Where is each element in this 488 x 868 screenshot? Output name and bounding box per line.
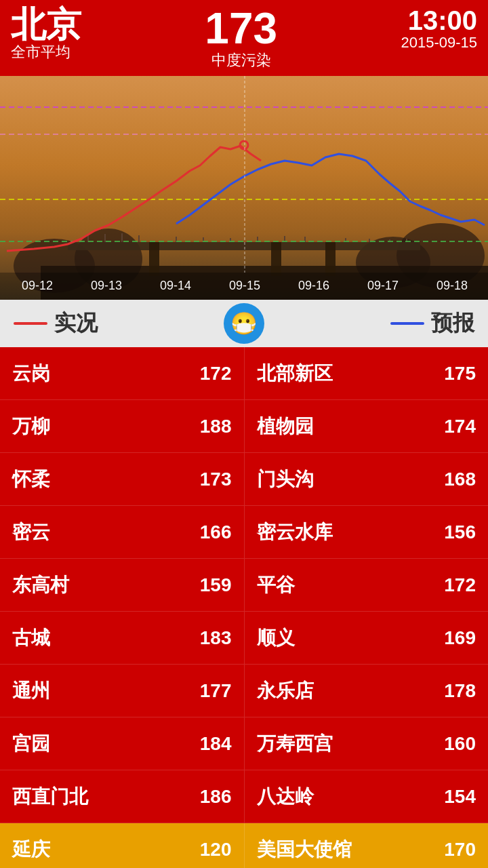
station-right-cell: 植物园 174 — [245, 400, 489, 452]
table-row[interactable]: 云岗 172 北部新区 175 — [0, 347, 488, 400]
station-left-cell: 通州 177 — [0, 665, 245, 717]
station-left-name: 云岗 — [12, 361, 50, 387]
svg-rect-6 — [68, 242, 420, 250]
station-left-cell: 云岗 172 — [0, 347, 245, 399]
svg-text:09-18: 09-18 — [436, 279, 468, 292]
station-left-name: 延庆 — [12, 837, 50, 863]
city-sub: 全市平均 — [11, 42, 81, 62]
header: 北京 全市平均 173 中度污染 13:00 2015-09-15 — [0, 0, 488, 76]
table-row[interactable]: 万柳 188 植物园 174 — [0, 400, 488, 453]
svg-text:09-12: 09-12 — [22, 279, 53, 292]
actual-line-icon — [14, 322, 47, 325]
table-row[interactable]: 怀柔 173 门头沟 168 — [0, 453, 488, 506]
station-right-name: 平谷 — [257, 572, 295, 598]
station-left-cell: 西直门北 186 — [0, 770, 245, 823]
station-left-value: 173 — [200, 469, 232, 490]
chart-area: 09-12 09-13 09-14 09-15 09-16 09-17 09-1… — [0, 76, 488, 300]
station-right-cell: 八达岭 154 — [245, 770, 489, 823]
station-left-cell: 东高村 159 — [0, 559, 245, 611]
svg-text:09-14: 09-14 — [160, 279, 191, 292]
table-row[interactable]: 东高村 159 平谷 172 — [0, 559, 488, 612]
station-left-cell: 宫园 184 — [0, 717, 245, 770]
station-right-value: 160 — [444, 733, 476, 755]
station-right-name: 顺义 — [257, 625, 295, 651]
station-right-value: 178 — [444, 680, 476, 702]
svg-rect-8 — [271, 242, 281, 276]
station-left-name: 宫园 — [12, 731, 50, 757]
station-left-cell: 古城 183 — [0, 612, 245, 664]
legend-actual: 实况 — [14, 309, 98, 338]
table-row[interactable]: 通州 177 永乐店 178 — [0, 665, 488, 717]
station-right-value: 170 — [444, 839, 476, 861]
station-right-value: 154 — [444, 786, 476, 808]
station-right-cell: 万寿西宫 160 — [245, 717, 489, 770]
station-left-value: 184 — [200, 733, 232, 755]
station-right-name: 万寿西宫 — [257, 731, 333, 757]
svg-text:09-17: 09-17 — [367, 279, 399, 292]
time-display: 13:00 — [401, 7, 477, 34]
station-left-value: 159 — [200, 574, 232, 596]
station-left-cell: 万柳 188 — [0, 400, 245, 452]
legend-forecast: 预报 — [390, 309, 474, 338]
header-center: 173 中度污染 — [205, 7, 277, 71]
table-row[interactable]: 西直门北 186 八达岭 154 — [0, 770, 488, 823]
svg-rect-7 — [149, 242, 159, 276]
station-right-value: 175 — [444, 363, 476, 384]
face-mask-icon[interactable]: 😷 — [224, 303, 264, 344]
station-right-value: 169 — [444, 627, 476, 649]
chart-svg: 09-12 09-13 09-14 09-15 09-16 09-17 09-1… — [0, 76, 488, 300]
station-left-value: 166 — [200, 521, 232, 543]
aqi-value: 173 — [205, 7, 277, 50]
station-left-name: 万柳 — [12, 414, 50, 439]
station-right-name: 门头沟 — [257, 467, 314, 492]
station-right-cell: 顺义 169 — [245, 612, 489, 664]
station-left-name: 西直门北 — [12, 784, 88, 810]
station-right-name: 永乐店 — [257, 678, 314, 704]
station-right-value: 174 — [444, 416, 476, 437]
station-right-name: 密云水库 — [257, 519, 333, 545]
station-left-cell: 怀柔 173 — [0, 453, 245, 505]
table-row[interactable]: 密云 166 密云水库 156 — [0, 506, 488, 559]
station-right-cell: 平谷 172 — [245, 559, 489, 611]
station-left-value: 188 — [200, 416, 232, 437]
station-right-value: 168 — [444, 469, 476, 490]
table-row[interactable]: 古城 183 顺义 169 — [0, 612, 488, 665]
station-right-name: 植物园 — [257, 414, 314, 439]
station-left-value: 120 — [200, 839, 232, 861]
station-left-name: 怀柔 — [12, 467, 50, 492]
station-left-cell: 延庆 120 — [0, 823, 245, 868]
station-left-name: 古城 — [12, 625, 50, 651]
table-row[interactable]: 宫园 184 万寿西宫 160 — [0, 717, 488, 770]
aqi-label: 中度污染 — [205, 50, 277, 71]
date-display: 2015-09-15 — [401, 34, 477, 52]
station-right-name: 八达岭 — [257, 784, 314, 810]
station-left-value: 186 — [200, 786, 232, 808]
station-right-cell: 永乐店 178 — [245, 665, 489, 717]
svg-text:09-15: 09-15 — [229, 279, 260, 292]
station-left-cell: 密云 166 — [0, 506, 245, 558]
svg-text:09-16: 09-16 — [298, 279, 329, 292]
city-name: 北京 — [11, 7, 81, 42]
station-right-cell: 北部新区 175 — [245, 347, 489, 399]
station-right-cell: 美国大使馆 170 — [245, 823, 489, 868]
station-left-name: 东高村 — [12, 572, 69, 598]
table-row[interactable]: 延庆 120 美国大使馆 170 — [0, 823, 488, 868]
actual-label: 实况 — [54, 309, 98, 338]
station-left-value: 177 — [200, 680, 232, 702]
station-right-cell: 密云水库 156 — [245, 506, 489, 558]
station-left-name: 通州 — [12, 678, 50, 704]
svg-text:09-13: 09-13 — [91, 279, 122, 292]
station-right-cell: 门头沟 168 — [245, 453, 489, 505]
station-left-value: 183 — [200, 627, 232, 649]
station-left-value: 172 — [200, 363, 232, 384]
svg-rect-9 — [325, 242, 336, 276]
header-right: 13:00 2015-09-15 — [401, 7, 477, 52]
header-left: 北京 全市平均 — [11, 7, 81, 62]
station-right-value: 156 — [444, 521, 476, 543]
station-right-name: 北部新区 — [257, 361, 333, 387]
station-right-name: 美国大使馆 — [257, 837, 352, 863]
data-table: 云岗 172 北部新区 175 万柳 188 植物园 174 怀柔 173 门头 — [0, 347, 488, 868]
forecast-line-icon — [390, 322, 424, 325]
legend-bar: 实况 😷 预报 — [0, 300, 488, 347]
forecast-label: 预报 — [431, 309, 474, 338]
